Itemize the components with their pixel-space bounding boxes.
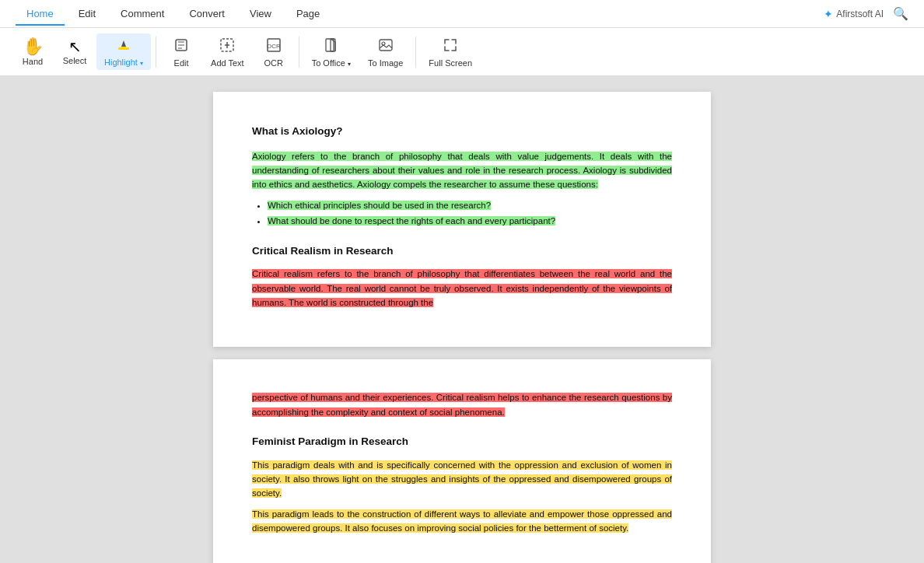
pdf-page-1: What is Axiology? Axiology refers to the…	[213, 92, 711, 347]
ai-star-icon: ✦	[824, 8, 833, 20]
hand-label: Hand	[23, 57, 43, 66]
full-screen-tool[interactable]: Full Screen	[421, 33, 480, 71]
nav-tab-home[interactable]: Home	[16, 3, 65, 26]
pdf-page-2: perspective of humans and their experien…	[213, 359, 711, 563]
page1-para1-highlighted: Axiology refers to the branch of philoso…	[252, 152, 672, 190]
select-label: Select	[63, 56, 87, 65]
toolbar-sep-1	[156, 37, 156, 68]
page1-para2-highlighted: Critical realism refers to the branch of…	[252, 269, 672, 307]
nav-right-area: ✦ Afirstsoft AI 🔍	[824, 6, 908, 21]
to-office-dropdown-arrow: ▾	[346, 61, 351, 68]
highlight-icon	[115, 37, 132, 56]
edit-tool[interactable]: Edit	[161, 33, 201, 71]
page2-para3-highlighted: This paradigm leads to the construction …	[252, 509, 672, 533]
select-tool[interactable]: ↖ Select	[54, 36, 95, 68]
toolbar-sep-3	[415, 37, 416, 68]
to-office-label: To Office ▾	[312, 58, 351, 68]
page1-bullet-list: Which ethical principles should be used …	[268, 198, 672, 229]
hand-icon: ✋	[23, 38, 44, 55]
to-image-icon	[377, 37, 394, 57]
bullet2-text: What should be done to respect the right…	[268, 216, 555, 226]
main-toolbar: ✋ Hand ↖ Select Highlight ▾ Edit Add Tex…	[0, 28, 924, 76]
select-icon: ↖	[68, 39, 82, 54]
ai-title: Afirstsoft AI	[836, 9, 884, 19]
bullet-item-1: Which ethical principles should be used …	[268, 198, 672, 212]
toolbar-sep-2	[299, 37, 299, 68]
page1-paragraph1: Axiology refers to the branch of philoso…	[252, 149, 672, 192]
highlight-label: Highlight ▾	[104, 58, 143, 67]
page1-section2-heading: Critical Realism in Research	[252, 243, 672, 260]
page2-paragraph3: This paradigm leads to the construction …	[252, 507, 672, 536]
ocr-label: OCR	[264, 58, 282, 68]
page2-para1-highlighted: perspective of humans and their experien…	[252, 393, 672, 416]
nav-tab-edit[interactable]: Edit	[68, 3, 107, 26]
svg-rect-7	[380, 40, 392, 51]
to-office-icon	[323, 37, 340, 57]
ocr-tool[interactable]: OCR OCR	[254, 33, 294, 71]
page2-paragraph2: This paradigm deals with and is specific…	[252, 458, 672, 501]
highlight-dropdown-arrow: ▾	[138, 60, 143, 67]
add-text-label: Add Text	[211, 58, 244, 68]
bullet1-text: Which ethical principles should be used …	[268, 201, 491, 210]
bullet-item-2: What should be done to respect the right…	[268, 214, 672, 228]
nav-tab-page[interactable]: Page	[285, 3, 331, 26]
full-screen-icon	[442, 37, 459, 57]
top-nav-bar: Home Edit Comment Convert View Page ✦ Af…	[0, 0, 924, 28]
page1-paragraph2: Critical realism refers to the branch of…	[252, 267, 672, 309]
add-text-icon	[219, 37, 236, 57]
ocr-icon: OCR	[265, 37, 282, 57]
nav-tab-view[interactable]: View	[239, 3, 282, 26]
nav-tabs: Home Edit Comment Convert View Page	[16, 2, 331, 25]
nav-tab-convert[interactable]: Convert	[178, 3, 236, 26]
edit-label: Edit	[174, 58, 189, 68]
svg-text:OCR: OCR	[267, 43, 281, 50]
edit-icon	[173, 37, 190, 57]
to-office-tool[interactable]: To Office ▾	[304, 33, 359, 71]
page2-para2-highlighted: This paradigm deals with and is specific…	[252, 460, 672, 498]
to-image-tool[interactable]: To Image	[360, 33, 411, 71]
search-button[interactable]: 🔍	[893, 6, 908, 21]
full-screen-label: Full Screen	[429, 58, 472, 68]
highlight-tool[interactable]: Highlight ▾	[96, 33, 151, 70]
to-image-label: To Image	[368, 58, 403, 68]
page2-paragraph1: perspective of humans and their experien…	[252, 390, 672, 419]
nav-tab-comment[interactable]: Comment	[110, 3, 175, 26]
main-content-area: What is Axiology? Axiology refers to the…	[0, 76, 924, 563]
hand-tool[interactable]: ✋ Hand	[12, 35, 53, 69]
page2-section-heading: Feminist Paradigm in Research	[252, 433, 672, 450]
page1-title: What is Axiology?	[252, 123, 672, 140]
add-text-tool[interactable]: Add Text	[203, 33, 252, 71]
ai-badge: ✦ Afirstsoft AI	[824, 8, 884, 20]
